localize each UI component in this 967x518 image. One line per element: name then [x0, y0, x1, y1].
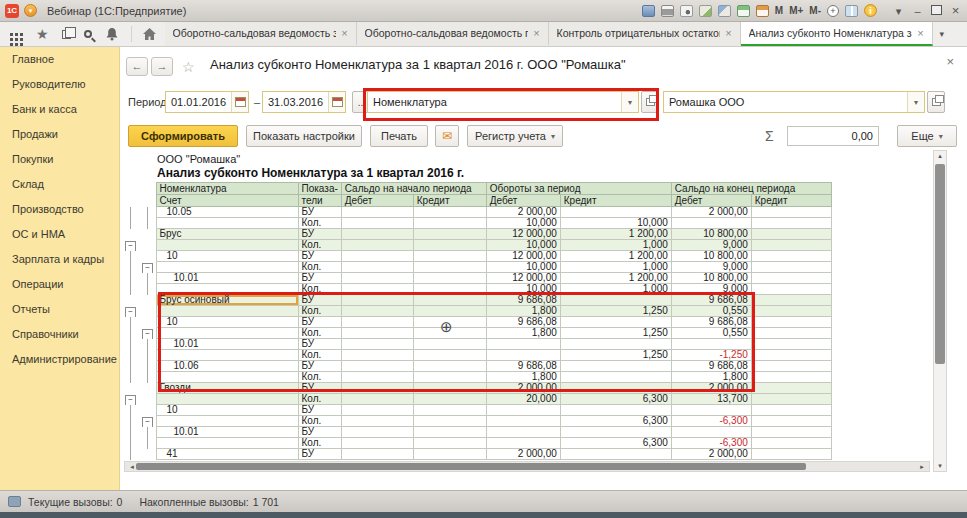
col-closing-balance[interactable]: Сальдо на конец периода	[671, 183, 831, 195]
sidebar-item-покупки[interactable]: Покупки	[0, 147, 119, 172]
grid-cell[interactable]	[341, 262, 413, 273]
col-credit[interactable]: Кредит	[751, 195, 831, 207]
col-account[interactable]: Счет	[156, 195, 298, 207]
sidebar-item-отчеты[interactable]: Отчеты	[0, 297, 119, 322]
col-nomenclature[interactable]: Номенклатура	[156, 183, 298, 195]
col-indicators[interactable]: Показа-	[298, 183, 341, 195]
grid-cell[interactable]	[341, 427, 413, 438]
calendar-button[interactable]	[231, 92, 248, 112]
grid-cell-account[interactable]: 10.06	[156, 361, 298, 372]
grid-cell[interactable]	[413, 394, 486, 405]
grid-cell-indicator[interactable]: БУ	[298, 229, 341, 240]
grid-cell[interactable]	[751, 218, 831, 229]
grid-cell[interactable]: 1,800	[486, 372, 560, 383]
grid-cell[interactable]	[341, 317, 413, 328]
grid-cell[interactable]	[560, 383, 671, 394]
grid-cell-indicator[interactable]: БУ	[298, 273, 341, 284]
tree-expander-icon[interactable]	[139, 262, 156, 273]
grid-cell[interactable]	[751, 229, 831, 240]
vertical-scroll-thumb[interactable]	[935, 164, 945, 364]
calculator-memory-minus-button[interactable]: M-	[809, 5, 821, 16]
grid-cell-account[interactable]: 10	[156, 251, 298, 262]
grid-cell[interactable]	[560, 339, 671, 350]
grid-cell-account[interactable]: Гвозди	[156, 383, 298, 394]
grid-cell[interactable]	[413, 449, 486, 460]
period-from-value[interactable]: 01.01.2016	[166, 96, 231, 108]
grid-cell[interactable]	[560, 317, 671, 328]
grid-cell-account[interactable]: 41	[156, 449, 298, 460]
col-debit[interactable]: Дебет	[341, 195, 413, 207]
grid-cell[interactable]	[413, 207, 486, 218]
grid-cell[interactable]: 6,300	[560, 416, 671, 427]
close-button[interactable]	[949, 4, 962, 18]
grid-cell[interactable]	[341, 284, 413, 295]
grid-cell[interactable]: 20,000	[486, 394, 560, 405]
calendar-button[interactable]	[328, 92, 345, 112]
grid-cell[interactable]: 9 686,08	[486, 317, 560, 328]
grid-cell[interactable]: 9 686,08	[486, 361, 560, 372]
grid-cell[interactable]	[751, 405, 831, 416]
tree-expander-icon[interactable]	[139, 328, 156, 339]
grid-cell[interactable]	[560, 207, 671, 218]
restore-button[interactable]	[930, 4, 943, 18]
grid-cell-account[interactable]	[156, 416, 298, 427]
grid-cell[interactable]: 10,000	[486, 218, 560, 229]
col-debit[interactable]: Дебет	[671, 195, 751, 207]
grid-cell[interactable]: 1,800	[486, 328, 560, 339]
grid-cell[interactable]	[486, 438, 560, 449]
grid-cell[interactable]: 12 000,00	[486, 251, 560, 262]
grid-cell-indicator[interactable]: Кол.	[298, 372, 341, 383]
sidebar-item-склад[interactable]: Склад	[0, 172, 119, 197]
grid-cell-indicator[interactable]: БУ	[298, 295, 341, 306]
grid-cell-account[interactable]	[156, 218, 298, 229]
grid-cell-account[interactable]	[156, 284, 298, 295]
grid-cell-account[interactable]	[156, 262, 298, 273]
grid-cell-indicator[interactable]: БУ	[298, 207, 341, 218]
print-button[interactable]: Печать	[370, 125, 428, 147]
menu-arrow-icon[interactable]	[892, 4, 905, 18]
scroll-up-icon[interactable]	[934, 152, 946, 160]
grid-cell-indicator[interactable]: Кол.	[298, 262, 341, 273]
grid-cell-account[interactable]	[156, 306, 298, 317]
grid-cell[interactable]: 1 200,00	[560, 229, 671, 240]
grid-cell[interactable]	[751, 449, 831, 460]
grid-cell[interactable]: 9 686,08	[671, 295, 751, 306]
col-opening-balance[interactable]: Сальдо на начало периода	[341, 183, 486, 195]
grid-cell[interactable]: 9 686,08	[671, 317, 751, 328]
sidebar-item-руководителю[interactable]: Руководителю	[0, 72, 119, 97]
grid-cell[interactable]	[413, 306, 486, 317]
vertical-scrollbar[interactable]	[933, 150, 947, 472]
grid-cell[interactable]	[341, 229, 413, 240]
horizontal-scrollbar[interactable]	[124, 461, 930, 472]
grid-cell[interactable]	[751, 361, 831, 372]
grid-cell[interactable]: 13,700	[671, 394, 751, 405]
grid-cell-indicator[interactable]: Кол.	[298, 218, 341, 229]
grid-cell[interactable]: 6,300	[560, 394, 671, 405]
grid-cell[interactable]	[671, 218, 751, 229]
grid-cell[interactable]: -6,300	[671, 438, 751, 449]
grid-cell-indicator[interactable]: БУ	[298, 449, 341, 460]
grid-cell-indicator[interactable]: Кол.	[298, 240, 341, 251]
grid-cell[interactable]	[413, 262, 486, 273]
horizontal-scroll-thumb[interactable]	[136, 463, 806, 470]
grid-cell[interactable]	[341, 372, 413, 383]
grid-cell[interactable]	[671, 339, 751, 350]
grid-cell[interactable]	[413, 416, 486, 427]
grid-cell[interactable]: 2 000,00	[671, 383, 751, 394]
grid-cell[interactable]	[413, 240, 486, 251]
grid-cell-indicator[interactable]: БУ	[298, 339, 341, 350]
period-to-value[interactable]: 31.03.2016	[263, 96, 328, 108]
subconto-dropdown-icon[interactable]	[621, 92, 638, 112]
grid-cell-indicator[interactable]: БУ	[298, 361, 341, 372]
minimize-button[interactable]	[911, 4, 924, 18]
grid-cell[interactable]	[486, 427, 560, 438]
grid-cell[interactable]	[751, 372, 831, 383]
grid-cell-account[interactable]: 10.01	[156, 427, 298, 438]
grid-cell[interactable]	[341, 328, 413, 339]
tab-4[interactable]: Анализ субконто Номенклатура за 1 к...	[741, 22, 933, 46]
col-turnover[interactable]: Обороты за период	[486, 183, 671, 195]
subconto-open-button[interactable]	[641, 91, 659, 113]
grid-cell-indicator[interactable]: БУ	[298, 405, 341, 416]
grid-cell[interactable]	[341, 416, 413, 427]
grid-cell[interactable]	[751, 306, 831, 317]
